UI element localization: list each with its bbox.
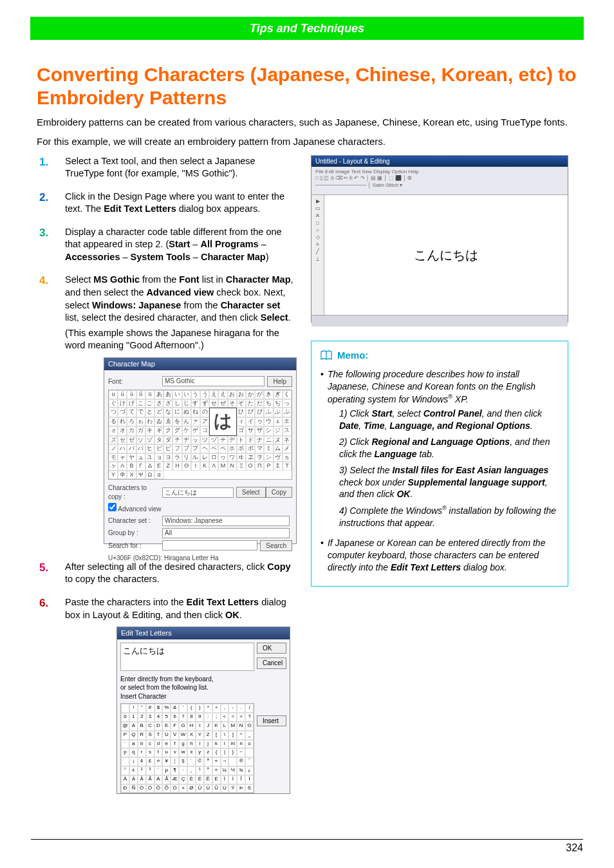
step-5: 5. After selecting all of the desired ch… bbox=[37, 561, 294, 589]
charmap-charset-label: Character set : bbox=[108, 516, 160, 525]
charmap-grid[interactable]: uúùûüああいいううええおおかがきぎく ぐけげこごさざしじすずせぜそぞただちぢ… bbox=[108, 390, 292, 480]
app-statusbar bbox=[312, 315, 568, 326]
charmap-font-label: Font: bbox=[108, 377, 160, 386]
charmap-charset-select[interactable]: Windows: Japanese bbox=[162, 516, 290, 526]
right-column: Untitled - Layout & Editing File Edit Im… bbox=[311, 155, 568, 811]
charmap-groupby-select[interactable]: All bbox=[162, 528, 290, 538]
charmap-select-button[interactable]: Select bbox=[236, 487, 266, 498]
step-4: 4. Select MS Gothic from the Font list i… bbox=[37, 274, 294, 552]
edit-char-grid[interactable]: !"#$%&'()*+,-./ 0123456789:;<=>? @ABCDEF… bbox=[120, 703, 254, 793]
edit-titlebar: Edit Text Letters bbox=[117, 627, 290, 639]
edit-text-dialog: Edit Text Letters こんにちは Enter directly f… bbox=[116, 627, 290, 794]
memo-heading: Memo: bbox=[337, 349, 368, 362]
memo-bullet-2: If Japanese or Korean can be entered dir… bbox=[321, 537, 559, 574]
step-num-6: 6. bbox=[37, 596, 65, 803]
step-num-5: 5. bbox=[37, 561, 65, 589]
book-icon bbox=[321, 350, 332, 361]
character-map-dialog: Character Map Font: MS Gothic Help uúùûü… bbox=[104, 357, 297, 544]
step-6-text: Paste the characters into the Edit Text … bbox=[65, 596, 294, 621]
memo-bullet-1: The following procedure describes how to… bbox=[321, 368, 559, 533]
step-3: 3. Display a character code table differ… bbox=[37, 226, 294, 267]
app-canvas[interactable]: こんにちは bbox=[324, 195, 568, 315]
page-rule bbox=[31, 839, 583, 840]
memo-box: Memo: The following procedure describes … bbox=[311, 341, 568, 587]
edit-insert-label: Insert Character bbox=[120, 692, 254, 701]
page-title: Converting Characters (Japanese, Chinese… bbox=[37, 63, 577, 109]
step-1-text: Select a Text tool, and then select a Ja… bbox=[65, 155, 294, 180]
page-content: Converting Characters (Japanese, Chinese… bbox=[37, 63, 577, 811]
step-4-note: (This example shows the Japanese hiragan… bbox=[65, 327, 297, 352]
charmap-search-button[interactable]: Search bbox=[260, 540, 292, 552]
memo-sub-1: 1) Click Start, select Control Panel, an… bbox=[339, 408, 559, 432]
app-side-toolbar[interactable]: ▶▭A□○◇≡╱⊥ bbox=[312, 195, 324, 315]
step-num-3: 3. bbox=[37, 226, 65, 267]
header-bar: Tips and Techniques bbox=[30, 17, 584, 40]
edit-hint2: or select from the following list. bbox=[120, 683, 254, 692]
memo-sub-4: 4) Complete the Windows® installation by… bbox=[339, 504, 559, 529]
charmap-copy-button[interactable]: Copy bbox=[266, 487, 292, 498]
charmap-help-button[interactable]: Help bbox=[267, 376, 292, 388]
step-num-2: 2. bbox=[37, 191, 65, 218]
charmap-search-input[interactable] bbox=[162, 540, 257, 551]
step-num-1: 1. bbox=[37, 155, 65, 183]
app-toolbar: File Edit Image Text Sew Display Option … bbox=[312, 167, 568, 195]
charmap-copy-input[interactable]: こんにちは bbox=[162, 487, 234, 498]
layout-editing-app: Untitled - Layout & Editing File Edit Im… bbox=[311, 155, 568, 323]
charmap-search-label: Search for : bbox=[108, 542, 160, 551]
edit-cancel-button[interactable]: Cancel bbox=[257, 657, 286, 669]
app-titlebar: Untitled - Layout & Editing bbox=[312, 156, 568, 167]
canvas-text: こんにちは bbox=[414, 247, 478, 264]
edit-text-input[interactable]: こんにちは bbox=[120, 643, 254, 671]
step-2-text: Click in the Design Page where you want … bbox=[65, 191, 294, 216]
step-2: 2. Click in the Design Page where you wa… bbox=[37, 191, 294, 218]
intro-1: Embroidery patterns can be created from … bbox=[37, 116, 577, 129]
left-column: 1. Select a Text tool, and then select a… bbox=[37, 155, 294, 811]
charmap-advanced-checkbox[interactable]: Advanced view bbox=[108, 503, 162, 514]
charmap-copy-label: Characters to copy : bbox=[108, 484, 160, 501]
step-4-text: Select MS Gothic from the Font list in C… bbox=[65, 274, 297, 324]
page-number: 324 bbox=[566, 841, 583, 855]
step-3-text: Display a character code table different… bbox=[65, 226, 294, 264]
charmap-enlarged-char: は bbox=[209, 408, 237, 436]
edit-ok-button[interactable]: OK bbox=[257, 643, 286, 654]
charmap-groupby-label: Group by : bbox=[108, 529, 160, 538]
charmap-font-select[interactable]: MS Gothic bbox=[162, 376, 265, 386]
edit-hint1: Enter directly from the keyboard, bbox=[120, 675, 254, 684]
intro-2: For this example, we will create an embr… bbox=[37, 135, 577, 148]
step-num-4: 4. bbox=[37, 274, 65, 552]
memo-sub-2: 2) Click Regional and Language Options, … bbox=[339, 436, 559, 460]
edit-insert-button[interactable]: Insert bbox=[257, 715, 286, 727]
memo-sub-3: 3) Select the Install files for East Asi… bbox=[339, 464, 559, 501]
step-5-text: After selecting all of the desired chara… bbox=[65, 561, 294, 586]
header-title: Tips and Techniques bbox=[250, 21, 364, 36]
step-1: 1. Select a Text tool, and then select a… bbox=[37, 155, 294, 183]
step-6: 6. Paste the characters into the Edit Te… bbox=[37, 596, 294, 803]
charmap-titlebar: Character Map bbox=[104, 358, 296, 370]
